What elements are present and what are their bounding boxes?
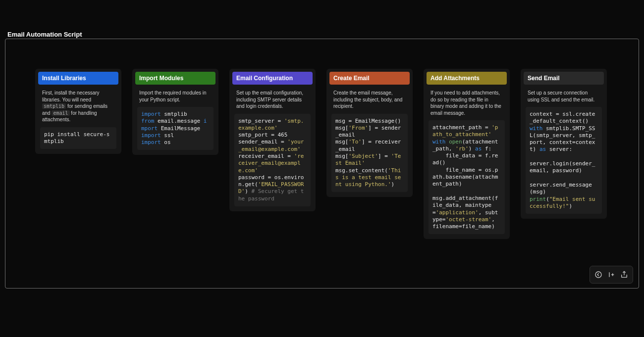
card-title: Email Configuration	[232, 72, 313, 85]
workflow-card[interactable]: Create EmailCreate the email message, in…	[326, 69, 413, 197]
workflow-card[interactable]: Add AttachmentsIf you need to add attach…	[424, 69, 510, 239]
card-description: Set up a secure connection using SSL and…	[524, 85, 604, 107]
card-description: Set up the email configuration, includin…	[232, 85, 313, 114]
card-code: pip install secure-smtplib	[40, 127, 116, 149]
card-code: import smtplib from email.message import…	[137, 107, 214, 150]
card-description: Import the required modules in your Pyth…	[135, 85, 215, 107]
card-code: attachment_path = 'path_to_attachment' w…	[429, 120, 505, 234]
card-code: context = ssl.create_default_context() w…	[526, 107, 602, 214]
card-code: msg = EmailMessage() msg['From'] = sende…	[331, 114, 408, 193]
card-description: Create the email message, including the …	[329, 85, 410, 114]
card-title: Add Attachments	[427, 72, 507, 85]
chevron-left-circle-icon	[594, 271, 602, 279]
workflow-card[interactable]: Install LibrariesFirst, install the nece…	[35, 69, 121, 154]
card-code: smtp_server = 'smtp.example.com' smtp_po…	[234, 114, 311, 207]
card-title: Install Libraries	[38, 72, 118, 85]
workflow-card[interactable]: Import ModulesImport the required module…	[132, 69, 218, 155]
card-title: Import Modules	[135, 72, 215, 85]
card-description: First, install the necessary libraries. …	[38, 85, 118, 127]
workflow-card[interactable]: Email ConfigurationSet up the email conf…	[229, 69, 316, 211]
floating-toolbar	[590, 266, 633, 284]
share-icon	[620, 271, 628, 279]
page-title: Email Automation Script	[7, 31, 82, 38]
card-title: Send Email	[524, 72, 604, 85]
card-title: Create Email	[329, 72, 410, 85]
share-button[interactable]	[618, 268, 631, 281]
add-step-button[interactable]	[605, 268, 618, 281]
back-button[interactable]	[592, 268, 605, 281]
workflow-card[interactable]: Send EmailSet up a secure connection usi…	[521, 69, 607, 219]
workflow-frame: Install LibrariesFirst, install the nece…	[5, 39, 639, 289]
add-column-icon	[607, 271, 615, 279]
card-description: If you need to add attachments, do so by…	[427, 85, 507, 120]
svg-point-0	[595, 272, 601, 278]
